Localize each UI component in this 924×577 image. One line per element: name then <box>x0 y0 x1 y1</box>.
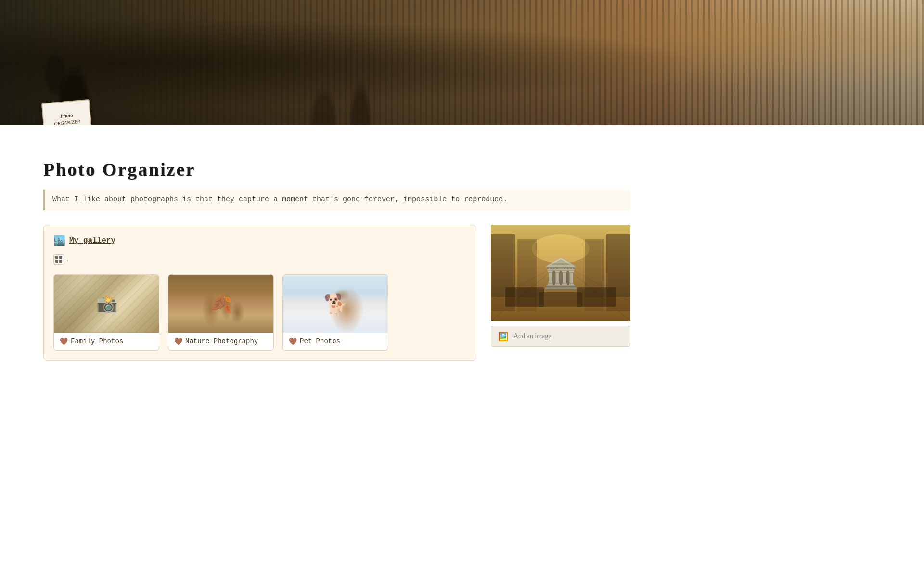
svg-rect-2 <box>55 260 58 263</box>
hero-banner: Photo ORGANIZER 🌸 <box>0 0 924 125</box>
library-svg <box>491 225 630 321</box>
gallery-card-pets[interactable]: 🤎 Pet Photos <box>282 274 388 351</box>
gallery-card-nature[interactable]: 🤎 Nature Photography <box>168 274 274 351</box>
svg-rect-16 <box>578 287 616 307</box>
card-label-pet: 🤎 Pet Photos <box>283 333 388 350</box>
heart-icon-nature: 🤎 <box>174 337 182 346</box>
add-image-icon: 🖼️ <box>498 331 509 342</box>
gallery-card-family[interactable]: 🤎 Family Photos <box>53 274 159 351</box>
quote-block: What I like about photographs is that th… <box>43 190 630 210</box>
side-panel: 🖼️ Add an image <box>491 225 630 347</box>
card-label-family: 🤎 Family Photos <box>54 333 159 350</box>
add-image-label: Add an image <box>513 333 552 340</box>
grid-view-toggle[interactable] <box>53 254 64 265</box>
thumbnail-pet <box>283 275 388 333</box>
svg-rect-17 <box>539 292 582 307</box>
gallery-section-icon: 🏙️ <box>53 235 65 246</box>
main-content: Photo Organizer What I like about photog… <box>0 125 674 380</box>
heart-icon-family: 🤎 <box>60 337 68 346</box>
svg-rect-0 <box>55 256 58 259</box>
app-logo: Photo ORGANIZER 🌸 <box>41 99 93 125</box>
hero-figures <box>0 0 924 125</box>
thumbnail-nature <box>168 275 274 333</box>
page-title: Photo Organizer <box>43 159 630 180</box>
thumbnail-family <box>54 275 159 333</box>
side-library-image <box>491 225 630 321</box>
svg-rect-3 <box>59 260 62 263</box>
svg-rect-15 <box>505 287 544 307</box>
svg-rect-1 <box>59 256 62 259</box>
heart-icon-pet: 🤎 <box>289 337 297 346</box>
card-title-family: Family Photos <box>71 337 123 345</box>
svg-point-5 <box>532 234 590 263</box>
gallery-grid: 🤎 Family Photos 🤎 Nature Photography <box>53 274 466 351</box>
gallery-section: 🏙️ My gallery . <box>43 225 476 361</box>
quote-text: What I like about photographs is that th… <box>52 195 507 204</box>
logo-container: Photo ORGANIZER 🌸 <box>43 101 91 125</box>
card-title-pet: Pet Photos <box>300 337 340 345</box>
card-label-nature: 🤎 Nature Photography <box>168 333 273 350</box>
card-title-nature: Nature Photography <box>185 337 258 345</box>
view-toggle-dot: . <box>67 256 68 263</box>
add-image-button[interactable]: 🖼️ Add an image <box>491 326 630 347</box>
page-layout: 🏙️ My gallery . <box>43 225 630 361</box>
view-toggle-bar: . <box>53 254 466 265</box>
grid-icon <box>55 256 63 263</box>
gallery-header: 🏙️ My gallery <box>53 235 466 246</box>
gallery-link[interactable]: My gallery <box>69 236 116 245</box>
